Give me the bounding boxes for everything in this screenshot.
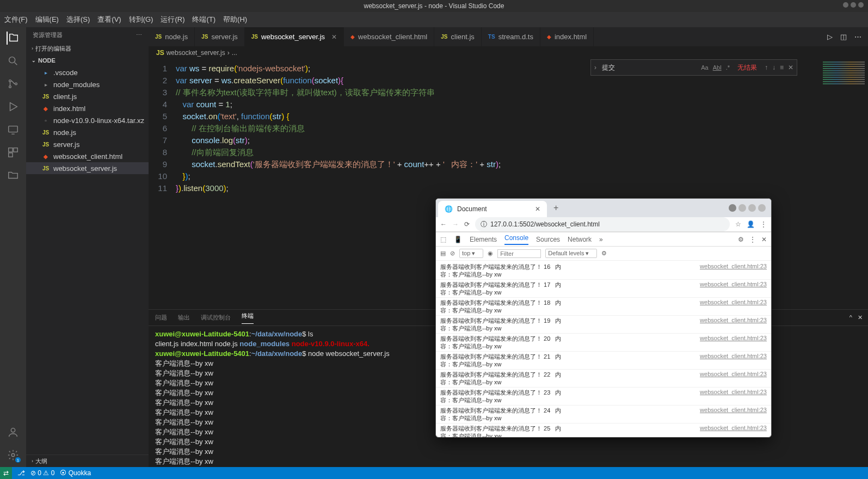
explorer-icon[interactable] bbox=[7, 32, 20, 45]
outline-section[interactable]: ›大纲 bbox=[26, 455, 149, 467]
log-source-link[interactable]: websocket_client.html:23 bbox=[700, 263, 767, 278]
menu-select[interactable]: 选择(S) bbox=[66, 15, 90, 24]
log-source-link[interactable]: websocket_client.html:23 bbox=[700, 371, 767, 386]
more-icon[interactable]: ⋯ bbox=[854, 33, 861, 41]
match-case-icon[interactable]: Aa bbox=[701, 62, 708, 73]
menu-help[interactable]: 帮助(H) bbox=[223, 15, 247, 24]
clear-console-icon[interactable]: ⊘ bbox=[450, 250, 455, 257]
log-source-link[interactable]: websocket_client.html:23 bbox=[700, 407, 767, 422]
reload-icon[interactable]: ⟳ bbox=[464, 220, 470, 228]
console-context[interactable]: top ▾ bbox=[459, 249, 483, 258]
tab-client.js[interactable]: JSclient.js bbox=[434, 27, 482, 46]
split-icon[interactable]: ◫ bbox=[840, 33, 847, 41]
breadcrumb[interactable]: JS websocket_server.js › ... bbox=[149, 46, 868, 59]
status-quokka[interactable]: ⦿ Quokka bbox=[60, 469, 91, 477]
dt-tab-sources[interactable]: Sources bbox=[536, 236, 560, 243]
account-icon[interactable] bbox=[7, 426, 20, 439]
more-icon[interactable]: ⋯ bbox=[136, 32, 142, 39]
menu-view[interactable]: 查看(V) bbox=[97, 15, 121, 24]
tab-websocket_server.js[interactable]: JSwebsocket_server.js✕ bbox=[245, 27, 344, 46]
tree-item-node.js[interactable]: JSnode.js bbox=[26, 126, 149, 138]
tree-item-server.js[interactable]: JSserver.js bbox=[26, 138, 149, 150]
log-source-link[interactable]: websocket_client.html:23 bbox=[700, 425, 767, 438]
find-selection[interactable]: ≡ bbox=[780, 62, 784, 73]
log-levels[interactable]: Default levels ▾ bbox=[545, 249, 597, 258]
find-next[interactable]: ↓ bbox=[772, 62, 775, 73]
status-branch[interactable]: ⎇ bbox=[17, 469, 25, 477]
tree-item-node-v10.9.0-linux-x64.tar.xz[interactable]: ▫node-v10.9.0-linux-x64.tar.xz bbox=[26, 114, 149, 126]
panel-close-icon[interactable]: ✕ bbox=[858, 314, 863, 321]
status-errors[interactable]: ⊘ 0 ⚠ 0 bbox=[30, 469, 54, 477]
menu-goto[interactable]: 转到(G) bbox=[129, 15, 153, 24]
find-prev[interactable]: ↑ bbox=[765, 62, 768, 73]
menu-icon[interactable]: ⋮ bbox=[760, 220, 767, 228]
tab-close-icon[interactable]: ✕ bbox=[535, 205, 540, 213]
remote-icon[interactable] bbox=[7, 123, 20, 136]
close-icon[interactable]: ✕ bbox=[331, 33, 337, 41]
dt-more-tabs[interactable]: » bbox=[599, 236, 603, 243]
browser-tab[interactable]: 🌐 Document ✕ bbox=[438, 201, 547, 217]
dt-menu-icon[interactable]: ⋮ bbox=[749, 236, 756, 243]
dt-tab-console[interactable]: Console bbox=[504, 234, 528, 245]
dt-tab-network[interactable]: Network bbox=[568, 236, 592, 243]
log-source-link[interactable]: websocket_client.html:23 bbox=[700, 281, 767, 296]
console-sidebar-icon[interactable]: ▤ bbox=[440, 250, 446, 257]
panel-tab-problems[interactable]: 问题 bbox=[155, 314, 167, 322]
scm-icon[interactable] bbox=[7, 77, 20, 90]
project-section[interactable]: ⌄NODE bbox=[26, 54, 149, 66]
live-expr-icon[interactable]: ◉ bbox=[488, 250, 493, 257]
menu-edit[interactable]: 编辑(E) bbox=[35, 15, 59, 24]
tab-stream.d.ts[interactable]: TSstream.d.ts bbox=[482, 27, 540, 46]
minimap[interactable] bbox=[819, 59, 868, 309]
status-remote[interactable]: ⇄ bbox=[0, 467, 12, 479]
search-icon[interactable] bbox=[7, 54, 20, 67]
menu-file[interactable]: 文件(F) bbox=[4, 15, 28, 24]
panel-tab-output[interactable]: 输出 bbox=[178, 314, 190, 322]
tree-item-index.html[interactable]: ◆index.html bbox=[26, 102, 149, 114]
star-icon[interactable]: ☆ bbox=[735, 220, 741, 228]
tab-index.html[interactable]: ◆index.html bbox=[540, 27, 594, 46]
regex-icon[interactable]: .* bbox=[726, 62, 730, 73]
log-source-link[interactable]: websocket_client.html:23 bbox=[700, 353, 767, 368]
extensions-icon[interactable] bbox=[7, 146, 20, 159]
log-source-link[interactable]: websocket_client.html:23 bbox=[700, 299, 767, 314]
info-icon[interactable]: ⓘ bbox=[481, 220, 487, 229]
log-source-link[interactable]: websocket_client.html:23 bbox=[700, 335, 767, 350]
run-icon[interactable]: ▷ bbox=[827, 33, 833, 41]
inspect-icon[interactable]: ⬚ bbox=[440, 236, 446, 243]
menu-terminal[interactable]: 终端(T) bbox=[192, 15, 216, 24]
tree-item-client.js[interactable]: JSclient.js bbox=[26, 90, 149, 102]
panel-up-icon[interactable]: ^ bbox=[849, 314, 852, 321]
tree-item-.vscode[interactable]: ▸.vscode bbox=[26, 66, 149, 78]
tab-websocket_client.html[interactable]: ◆websocket_client.html bbox=[344, 27, 434, 46]
profile-icon[interactable]: 👤 bbox=[747, 220, 755, 228]
dt-close-icon[interactable]: ✕ bbox=[761, 236, 767, 243]
find-close[interactable]: ✕ bbox=[788, 62, 793, 73]
settings-icon[interactable]: 1 bbox=[7, 449, 20, 462]
menu-run[interactable]: 运行(R) bbox=[161, 15, 184, 24]
open-editors-section[interactable]: ›打开的编辑器 bbox=[26, 42, 149, 54]
panel-tab-terminal[interactable]: 终端 bbox=[242, 312, 254, 324]
find-input[interactable] bbox=[600, 64, 698, 71]
console-settings-icon[interactable]: ⚙ bbox=[601, 250, 607, 257]
panel-tab-debug[interactable]: 调试控制台 bbox=[201, 314, 231, 322]
dt-tab-elements[interactable]: Elements bbox=[470, 236, 497, 243]
url-bar[interactable]: ⓘ 127.0.0.1:5502/websocket_client.html bbox=[475, 217, 730, 231]
tab-node.js[interactable]: JSnode.js bbox=[149, 27, 195, 46]
device-icon[interactable]: 📱 bbox=[454, 236, 462, 243]
find-expand[interactable]: › bbox=[591, 62, 600, 73]
tree-item-websocket_client.html[interactable]: ◆websocket_client.html bbox=[26, 150, 149, 162]
console-output[interactable]: 服务器端收到客户端端发来的消息了！ 16 内容：客户端消息--by xwwebs… bbox=[436, 261, 771, 438]
log-source-link[interactable]: websocket_client.html:23 bbox=[700, 389, 767, 404]
debug-icon[interactable] bbox=[7, 100, 20, 113]
match-word-icon[interactable]: Abl bbox=[713, 62, 722, 73]
log-source-link[interactable]: websocket_client.html:23 bbox=[700, 317, 767, 332]
forward-icon[interactable]: → bbox=[452, 220, 459, 228]
tree-item-websocket_server.js[interactable]: JSwebsocket_server.js bbox=[26, 162, 149, 174]
new-tab-button[interactable]: + bbox=[549, 203, 563, 213]
tab-server.js[interactable]: JSserver.js bbox=[195, 27, 245, 46]
folder-icon[interactable] bbox=[7, 169, 20, 182]
console-filter[interactable] bbox=[497, 249, 541, 258]
back-icon[interactable]: ← bbox=[440, 220, 447, 228]
tree-item-node_modules[interactable]: ▸node_modules bbox=[26, 78, 149, 90]
